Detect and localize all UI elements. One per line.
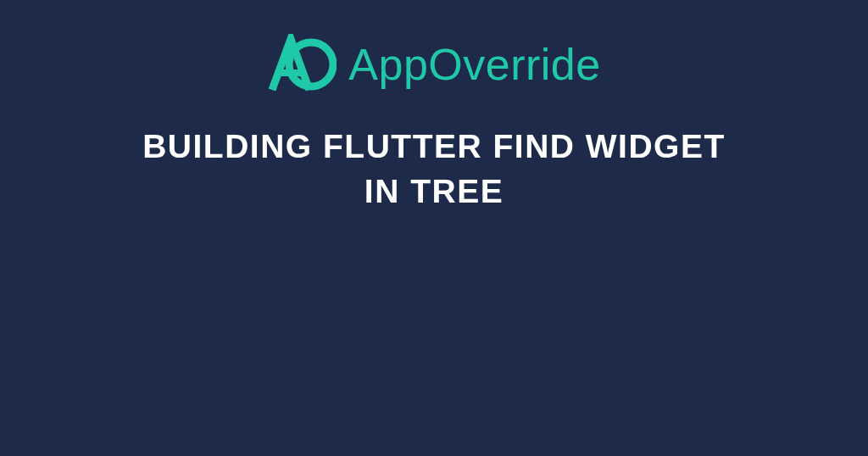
brand-logo-icon [267, 34, 337, 95]
headline: BUILDING FLUTTER FIND WIDGET IN TREE [137, 125, 731, 214]
brand-logo-container: AppOverride [267, 34, 600, 95]
brand-name: AppOverride [348, 39, 600, 90]
